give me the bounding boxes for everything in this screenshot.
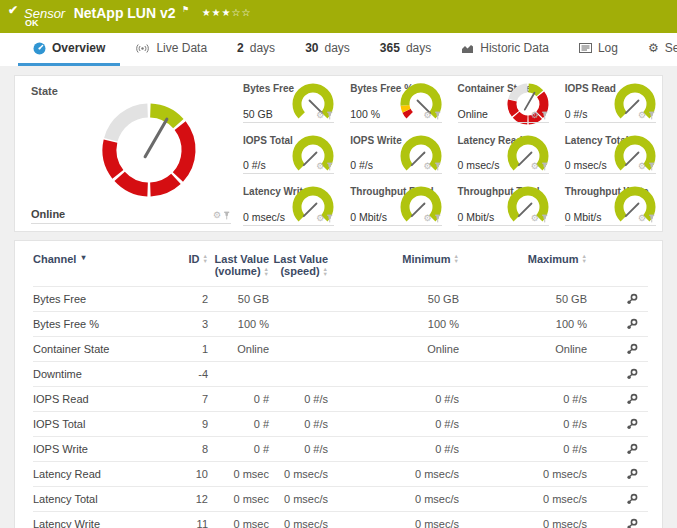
last-value-volume: 0 msec	[208, 468, 269, 480]
tab-live-data[interactable]: Live Data	[120, 33, 222, 66]
table-row-downtime[interactable]: Downtime -4	[33, 361, 648, 386]
channel-name[interactable]: Downtime	[33, 368, 161, 380]
pin-icon[interactable]	[648, 162, 656, 171]
minimum-value: 0 #/s	[328, 393, 459, 405]
column-header-id[interactable]: ID ▲▼	[161, 253, 208, 265]
pin-icon[interactable]	[223, 211, 231, 220]
table-row-latency-write[interactable]: Latency Write 11 0 msec 0 msec/s 0 msec/…	[33, 511, 648, 528]
gauge-cell-iops-read: IOPS Read 0 #/s ⚙	[555, 76, 662, 128]
channel-settings-icon[interactable]	[626, 293, 638, 305]
flag-icon[interactable]: ⚑	[182, 5, 189, 14]
gear-icon[interactable]: ⚙	[316, 111, 324, 120]
gear-icon[interactable]: ⚙	[316, 162, 324, 171]
maximum-value: 0 #/s	[459, 393, 587, 405]
sort-icon[interactable]: ▲▼	[323, 267, 328, 276]
check-icon: ✔	[8, 3, 18, 17]
pin-icon[interactable]	[541, 162, 549, 171]
channel-id: -4	[161, 368, 208, 380]
state-gauge	[87, 88, 211, 212]
channel-settings-icon[interactable]	[626, 368, 638, 380]
last-value-speed: 0 msec/s	[269, 493, 328, 505]
pin-icon[interactable]	[648, 111, 656, 120]
channel-name[interactable]: Container State	[33, 343, 161, 355]
channel-settings-icon[interactable]	[626, 443, 638, 455]
column-header-last-value-volume[interactable]: Last Value (volume)▲▼	[208, 253, 269, 277]
gauge-cell-bytes-free: Bytes Free 50 GB ⚙	[233, 76, 340, 128]
gauge-value: 0 msec/s	[243, 211, 316, 223]
pin-icon[interactable]	[434, 162, 442, 171]
gear-icon[interactable]: ⚙	[423, 162, 431, 171]
pin-icon[interactable]	[541, 214, 549, 223]
channel-settings-icon[interactable]	[626, 418, 638, 430]
channel-name[interactable]: IOPS Write	[33, 443, 161, 455]
gear-icon[interactable]: ⚙	[531, 214, 539, 223]
table-row-iops-write[interactable]: IOPS Write 8 0 # 0 #/s 0 #/s 0 #/s	[33, 436, 648, 461]
gear-icon[interactable]: ⚙	[531, 162, 539, 171]
gauge-value: 0 Mbit/s	[565, 211, 638, 223]
gauge-cell-throughput-read: Throughput Read 0 Mbit/s ⚙	[340, 179, 447, 231]
gauge-value: 50 GB	[243, 108, 316, 120]
sort-icon[interactable]: ▲▼	[582, 254, 587, 263]
channel-name[interactable]: Latency Write	[33, 518, 161, 528]
column-header-maximum[interactable]: Maximum ▲▼	[459, 253, 587, 265]
table-row-iops-read[interactable]: IOPS Read 7 0 # 0 #/s 0 #/s 0 #/s	[33, 386, 648, 411]
column-header-minimum[interactable]: Minimum ▲▼	[328, 253, 459, 265]
priority-stars[interactable]: ★★★☆☆	[202, 7, 252, 18]
gear-icon[interactable]: ⚙	[638, 111, 646, 120]
state-title: State	[31, 85, 58, 97]
channel-settings-icon[interactable]	[626, 393, 638, 405]
gear-icon[interactable]: ⚙	[316, 214, 324, 223]
maximum-value: 0 msec/s	[459, 493, 587, 505]
pin-icon[interactable]	[648, 214, 656, 223]
last-value-volume: 0 #	[208, 443, 269, 455]
channel-name[interactable]: Bytes Free	[33, 293, 161, 305]
channel-settings-icon[interactable]	[626, 318, 638, 330]
tab-number: 30	[305, 41, 318, 55]
tab-settings[interactable]: ⚙ Settings	[633, 33, 677, 66]
tab-overview[interactable]: Overview	[18, 33, 120, 66]
pin-icon[interactable]	[541, 111, 549, 120]
channel-settings-icon[interactable]	[626, 493, 638, 505]
gauge-value: 100 %	[350, 108, 423, 120]
table-row-bytes-free-pct[interactable]: Bytes Free % 3 100 % 100 % 100 %	[33, 311, 648, 336]
gauge-label: IOPS Total	[243, 135, 293, 146]
channel-name[interactable]: Latency Total	[33, 493, 161, 505]
pin-icon[interactable]	[326, 162, 334, 171]
table-row-iops-total[interactable]: IOPS Total 9 0 # 0 #/s 0 #/s 0 #/s	[33, 411, 648, 436]
tab-2-days[interactable]: 2 days	[222, 33, 290, 66]
table-row-latency-total[interactable]: Latency Total 12 0 msec 0 msec/s 0 msec/…	[33, 486, 648, 511]
gear-icon[interactable]: ⚙	[213, 211, 221, 220]
column-header-last-value-speed[interactable]: Last Value (speed)▲▼	[269, 253, 328, 277]
channel-name[interactable]: IOPS Read	[33, 393, 161, 405]
channel-name[interactable]: Bytes Free %	[33, 318, 161, 330]
tab-label: Live Data	[156, 41, 207, 55]
tab-365-days[interactable]: 365 days	[365, 33, 446, 66]
table-row-bytes-free[interactable]: Bytes Free 2 50 GB 50 GB 50 GB	[33, 286, 648, 311]
last-value-speed: 0 #/s	[269, 418, 328, 430]
gauge-label: Bytes Free	[243, 83, 294, 94]
tab-historic-data[interactable]: Historic Data	[446, 33, 564, 66]
gear-icon[interactable]: ⚙	[423, 214, 431, 223]
channel-settings-icon[interactable]	[626, 518, 638, 528]
gauge-cell-throughput-write: Throughput Write 0 Mbit/s ⚙	[555, 179, 662, 231]
channel-name[interactable]: Latency Read	[33, 468, 161, 480]
gear-icon[interactable]: ⚙	[531, 111, 539, 120]
gauge-cell-container-state: Container State Online ⚙	[448, 76, 555, 128]
gear-icon[interactable]: ⚙	[423, 111, 431, 120]
tab-log[interactable]: Log	[564, 33, 633, 66]
pin-icon[interactable]	[326, 214, 334, 223]
gear-icon[interactable]: ⚙	[638, 162, 646, 171]
state-status-value: Online	[31, 208, 213, 220]
last-value-volume: Online	[208, 343, 269, 355]
channel-name[interactable]: IOPS Total	[33, 418, 161, 430]
tab-30-days[interactable]: 30 days	[290, 33, 365, 66]
table-row-container-state[interactable]: Container State 1 Online Online Online	[33, 336, 648, 361]
column-header-channel[interactable]: Channel ▾	[33, 253, 161, 265]
gear-icon[interactable]: ⚙	[638, 214, 646, 223]
table-row-latency-read[interactable]: Latency Read 10 0 msec 0 msec/s 0 msec/s…	[33, 461, 648, 486]
pin-icon[interactable]	[434, 214, 442, 223]
channel-settings-icon[interactable]	[626, 468, 638, 480]
pin-icon[interactable]	[434, 111, 442, 120]
channel-settings-icon[interactable]	[626, 343, 638, 355]
pin-icon[interactable]	[326, 111, 334, 120]
